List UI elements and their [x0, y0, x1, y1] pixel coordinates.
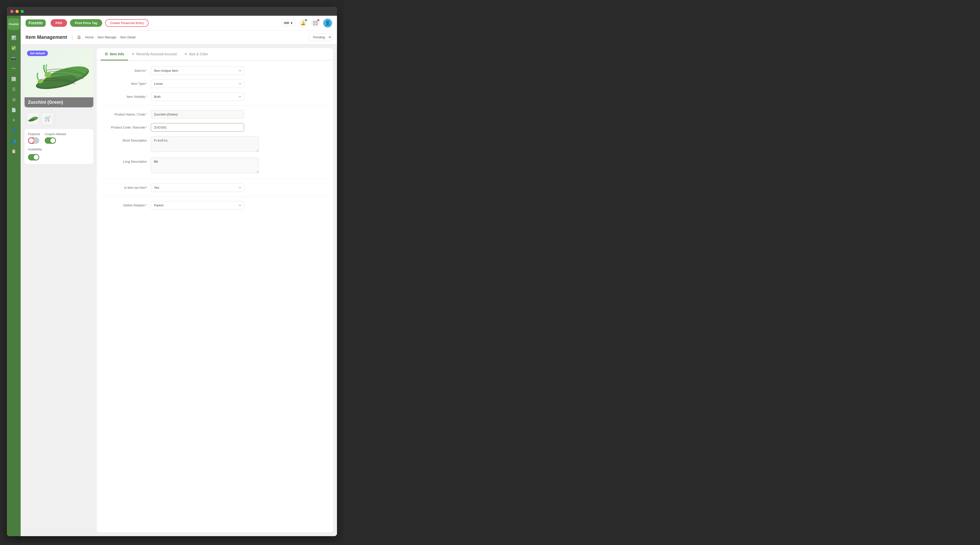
- product-name-input[interactable]: [151, 110, 244, 119]
- recently-accessed-label: Recently Accesed Account: [136, 52, 177, 56]
- breadcrumb-home[interactable]: Home: [85, 35, 94, 39]
- create-financial-entry-button[interactable]: Create Financial Entry: [105, 19, 149, 27]
- tab-recently-accessed[interactable]: ≡ Recently Accesed Account: [128, 48, 181, 61]
- sidebar-item-layers2[interactable]: ⊟: [9, 95, 19, 104]
- tab-size-color[interactable]: ≡ Size & Color: [181, 48, 212, 61]
- define-relation-row: Define Relation* Parent Child: [103, 201, 327, 210]
- divider-3: [103, 196, 327, 197]
- short-desc-textarea[interactable]: Freshlo: [151, 136, 259, 152]
- long-desc-control: NA: [151, 157, 259, 174]
- sidebar-item-dashboard[interactable]: 📊: [9, 33, 19, 42]
- thumbnail-zucchini[interactable]: [27, 112, 39, 125]
- product-image-card: Set default: [25, 48, 93, 107]
- print-price-tag-button[interactable]: Print Price Tag: [70, 19, 102, 27]
- document-icon: 📄: [11, 108, 16, 112]
- product-name-row: Product Name / Code*: [103, 110, 327, 119]
- availability-toggle[interactable]: [28, 154, 39, 161]
- availability-toggle-item: Availability: [28, 147, 90, 161]
- layers2-icon: ⊟: [12, 97, 16, 102]
- sidebar-item-list[interactable]: ≡: [9, 115, 19, 125]
- divider-1: [103, 105, 327, 106]
- pos-button[interactable]: POS: [51, 19, 67, 27]
- short-desc-row: Short Description Freshlo: [103, 136, 327, 153]
- define-relation-control: Parent Child: [151, 201, 244, 210]
- define-relation-label: Define Relation*: [103, 201, 147, 207]
- item-type-select[interactable]: Loose Packed: [151, 80, 244, 88]
- status-dropdown[interactable]: Pending Active Inactive: [309, 33, 332, 41]
- short-desc-label: Short Description: [103, 136, 147, 142]
- list-icon: ≡: [13, 118, 15, 123]
- coupon-knob: [50, 138, 55, 143]
- sidebar-logo[interactable]: Freshlo: [8, 18, 20, 30]
- set-default-badge[interactable]: Set default: [27, 51, 48, 56]
- coupon-toggle[interactable]: [45, 137, 56, 144]
- size-color-label: Size & Color: [189, 52, 208, 56]
- dashboard-icon: 📊: [11, 35, 16, 40]
- coupon-toggle-item: Coupon Allowed: [45, 132, 66, 144]
- grid-icon-btn[interactable]: [311, 19, 320, 27]
- sidebar-item-document[interactable]: 📄: [9, 105, 19, 115]
- thumbnail-cart[interactable]: 🛒: [41, 112, 54, 125]
- sidebar-item-list2[interactable]: 📋: [9, 147, 19, 156]
- breadcrumb-item-manage[interactable]: Item Manage: [98, 35, 116, 39]
- item-visibility-select[interactable]: Both Online Offline: [151, 92, 244, 101]
- minimize-dot[interactable]: [16, 10, 19, 13]
- toggles-section: Featured Coupon Allowed: [25, 129, 93, 164]
- currency-label: INR: [284, 21, 290, 25]
- notif-green-dot: [305, 19, 307, 21]
- sidebar-item-more[interactable]: •••: [9, 64, 19, 73]
- topbar: Freshlo POS Print Price Tag Create Finan…: [21, 16, 337, 30]
- sidebar-item-checklist[interactable]: ☰: [9, 84, 19, 94]
- item-visibility-control: Both Online Offline: [151, 92, 244, 101]
- item-visibility-row: Item Visibility* Both Online Offline: [103, 92, 327, 101]
- breadcrumb-item-detail[interactable]: Item Detail: [120, 35, 135, 39]
- item-visibility-label: Item Visibility*: [103, 92, 147, 99]
- tab-item-info[interactable]: ⊙ Item Info: [101, 48, 128, 61]
- sidebar-item-camera[interactable]: 📷: [9, 54, 19, 63]
- avatar-icon: 👤: [325, 21, 330, 26]
- featured-toggle[interactable]: [28, 137, 39, 144]
- sidebar-item-user[interactable]: 👤: [9, 126, 19, 135]
- svg-rect-3: [316, 23, 318, 25]
- breadcrumb: 🏠 - Home - Item Manage - Item Detail: [77, 35, 135, 39]
- bell-icon: 🔔: [301, 21, 305, 25]
- sidebar-item-tasks[interactable]: ✅: [9, 43, 19, 53]
- breadcrumb-home-icon: 🏠: [77, 35, 81, 39]
- featured-toggle-item: Featured: [28, 132, 40, 144]
- tax-free-control: Yes No: [151, 183, 244, 192]
- long-desc-label: Long Description: [103, 157, 147, 163]
- sidebar-item-layers[interactable]: ⬜: [9, 74, 19, 84]
- layers-icon: ⬜: [11, 76, 16, 81]
- sidebar-item-user-group[interactable]: 👥: [9, 136, 19, 145]
- long-desc-textarea[interactable]: NA: [151, 157, 259, 173]
- tax-free-row: Is item tax free? Yes No: [103, 183, 327, 192]
- define-relation-select[interactable]: Parent Child: [151, 201, 244, 210]
- user-avatar[interactable]: 👤: [323, 19, 332, 27]
- currency-selector[interactable]: INR ▾: [281, 20, 295, 26]
- short-desc-control: Freshlo: [151, 136, 259, 153]
- item-info-tab-icon: ⊙: [105, 52, 108, 56]
- close-dot[interactable]: [10, 10, 14, 13]
- page-header: Item Management | 🏠 - Home - Item Manage…: [21, 30, 337, 44]
- sidebar: Freshlo 📊 ✅ 📷 ••• ⬜ ☰ ⊟ 📄 ≡ 👤 👥 📋: [7, 16, 21, 536]
- content-area: Set default: [21, 44, 337, 536]
- product-code-row: Product Code / Barcode*: [103, 123, 327, 132]
- topbar-logo: Freshlo: [25, 19, 46, 27]
- notifications-icon[interactable]: 🔔: [299, 19, 307, 27]
- maximize-dot[interactable]: [21, 10, 24, 13]
- svg-rect-1: [316, 21, 318, 23]
- product-code-input[interactable]: [151, 123, 244, 132]
- product-image-svg: [27, 53, 91, 92]
- size-color-icon: ≡: [185, 52, 187, 56]
- user-group-icon: 👥: [11, 139, 16, 143]
- notif-red-dot: [317, 19, 319, 21]
- sold-as-select[interactable]: Non-Unique Item Unique Item: [151, 66, 244, 75]
- toggle-row: Featured Coupon Allowed: [28, 132, 90, 144]
- tax-free-select[interactable]: Yes No: [151, 183, 244, 192]
- sold-as-control: Non-Unique Item Unique Item: [151, 66, 244, 75]
- camera-icon: 📷: [11, 56, 16, 61]
- currency-chevron-icon: ▾: [291, 21, 293, 25]
- featured-label: Featured: [28, 132, 40, 136]
- tasks-icon: ✅: [11, 46, 16, 50]
- sold-as-label: Sold As*: [103, 66, 147, 72]
